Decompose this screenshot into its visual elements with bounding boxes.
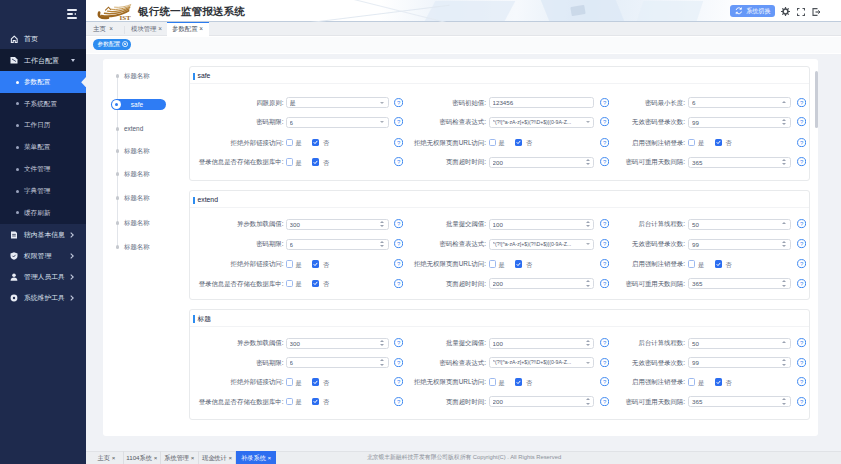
svg-text:?: ? <box>800 340 804 346</box>
svg-text:?: ? <box>800 379 804 385</box>
svg-text:?: ? <box>800 281 804 287</box>
svg-text:IST: IST <box>120 14 132 21</box>
svg-text:?: ? <box>800 119 804 125</box>
svg-text:?: ? <box>800 241 804 247</box>
svg-text:?: ? <box>800 159 804 165</box>
svg-text:?: ? <box>800 399 804 405</box>
svg-text:?: ? <box>800 221 804 227</box>
svg-text:?: ? <box>800 360 804 366</box>
svg-text:?: ? <box>800 261 804 267</box>
svg-text:?: ? <box>800 140 804 146</box>
svg-text:?: ? <box>800 100 804 106</box>
